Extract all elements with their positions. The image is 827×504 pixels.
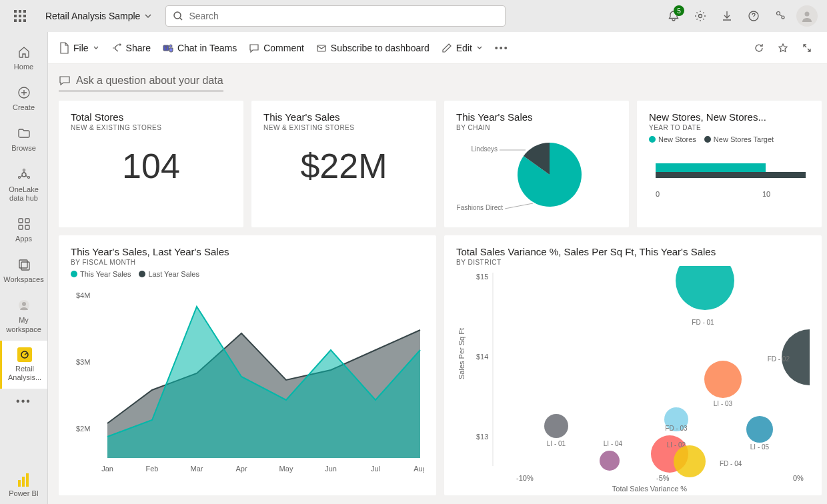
tile-new-stores[interactable]: New Stores, New Stores... YEAR TO DATE N… — [637, 101, 822, 227]
nav-create[interactable]: Create — [0, 78, 47, 119]
nav-onelake[interactable]: OneLake data hub — [0, 160, 47, 209]
tile-title: This Year's Sales — [263, 111, 424, 123]
svg-point-52 — [704, 361, 742, 398]
svg-text:FD - 03: FD - 03 — [665, 425, 688, 432]
nav-apps[interactable]: Apps — [0, 209, 47, 250]
help-icon[interactable] — [742, 4, 766, 28]
datahub-icon — [17, 168, 31, 181]
tile-subtitle: BY FISCAL MONTH — [71, 259, 424, 266]
left-nav: Home Create Browse OneLake data hub Apps… — [0, 32, 48, 504]
search-box[interactable] — [165, 5, 506, 27]
svg-text:Aug: Aug — [414, 465, 424, 473]
powerbi-icon — [18, 473, 30, 487]
refresh-button[interactable] — [750, 39, 768, 57]
more-options[interactable]: ••• — [495, 43, 509, 53]
svg-point-1 — [699, 15, 702, 18]
svg-text:FD - 01: FD - 01 — [692, 319, 714, 326]
comment-button[interactable]: Comment — [249, 43, 304, 53]
pencil-icon — [442, 43, 452, 53]
tile-subtitle: BY CHAIN — [456, 124, 617, 131]
svg-point-7 — [22, 173, 26, 177]
svg-text:Lindseys: Lindseys — [472, 145, 498, 153]
pie-chart: Lindseys Fashions Direct — [456, 131, 616, 218]
account-avatar[interactable] — [795, 4, 819, 28]
svg-point-10 — [27, 176, 29, 178]
nav-my-workspace[interactable]: My workspace — [0, 291, 47, 340]
edit-menu[interactable]: Edit — [442, 43, 483, 53]
svg-rect-15 — [19, 260, 27, 268]
svg-point-56 — [746, 416, 773, 443]
chevron-down-icon — [476, 45, 483, 51]
tile-ty-sales-card[interactable]: This Year's Sales NEW & EXISTING STORES … — [251, 101, 436, 227]
workspaces-icon — [17, 258, 31, 271]
workspace-dropdown[interactable]: Retail Analysis Sample — [45, 11, 152, 21]
share-icon — [111, 43, 122, 53]
svg-text:0: 0 — [656, 190, 660, 198]
svg-text:Jan: Jan — [101, 465, 113, 473]
search-input[interactable] — [189, 11, 498, 21]
svg-point-64 — [674, 445, 706, 477]
favorite-button[interactable] — [774, 39, 792, 57]
content-area: File Share T Chat in Teams Comment Subsc… — [48, 32, 827, 504]
download-icon[interactable] — [715, 4, 739, 28]
svg-text:LI - 04: LI - 04 — [604, 440, 623, 447]
svg-point-22 — [169, 45, 172, 47]
dashboard-icon — [20, 350, 29, 359]
nav-more[interactable]: ••• — [0, 389, 47, 414]
svg-point-4 — [782, 16, 784, 19]
card-value: $22M — [263, 146, 424, 186]
file-menu[interactable]: File — [59, 42, 99, 54]
share-button[interactable]: Share — [111, 43, 151, 53]
apps-icon — [17, 217, 31, 231]
card-value: 104 — [71, 146, 231, 186]
subscribe-button[interactable]: Subscribe to dashboard — [316, 43, 430, 53]
folder-icon — [17, 127, 31, 140]
powerbi-logo[interactable]: Power BI — [0, 467, 47, 504]
chat-teams-button[interactable]: T Chat in Teams — [163, 43, 237, 53]
svg-text:Feb: Feb — [146, 465, 159, 473]
svg-rect-11 — [19, 219, 23, 223]
svg-point-48 — [676, 266, 734, 310]
tile-sales-trend[interactable]: This Year's Sales, Last Year's Sales BY … — [59, 235, 436, 495]
feedback-icon[interactable] — [768, 4, 792, 28]
person-icon — [17, 299, 31, 312]
svg-point-5 — [805, 12, 810, 17]
qna-input[interactable]: Ask a question about your data — [59, 72, 223, 91]
settings-icon[interactable] — [688, 4, 712, 28]
nav-workspaces[interactable]: Workspaces — [0, 250, 47, 291]
tile-ty-sales-pie[interactable]: This Year's Sales BY CHAIN Lindseys Fash… — [444, 101, 629, 227]
svg-text:$15: $15 — [476, 273, 488, 281]
nav-retail-analysis[interactable]: Retail Analysis... — [0, 341, 47, 389]
bubble-chart: $15 $14 $13 Sales Per Sq Ft FD - 01 FD -… — [456, 266, 810, 493]
svg-line-27 — [505, 203, 533, 209]
area-chart: $4M $3M $2M Jan Feb Mar Apr May — [71, 278, 424, 478]
svg-text:10: 10 — [762, 190, 770, 198]
chevron-down-icon — [93, 45, 99, 51]
svg-text:LI - 05: LI - 05 — [750, 443, 770, 451]
tile-variance-bubble[interactable]: Total Sales Variance %, Sales Per Sq Ft,… — [444, 235, 822, 495]
svg-text:Jun: Jun — [325, 465, 337, 473]
nav-home[interactable]: Home — [0, 37, 47, 78]
svg-text:$4M: $4M — [76, 291, 90, 299]
workspace-title: Retail Analysis Sample — [45, 11, 140, 21]
svg-text:Jul: Jul — [371, 465, 380, 473]
app-launcher-icon[interactable] — [8, 4, 32, 28]
notifications-icon[interactable]: 5 — [662, 4, 686, 28]
svg-text:Total Sales Variance %: Total Sales Variance % — [612, 485, 688, 493]
mail-icon — [316, 43, 327, 53]
svg-text:$13: $13 — [476, 433, 488, 441]
refresh-icon — [754, 43, 764, 53]
fullscreen-button[interactable] — [798, 39, 816, 57]
svg-point-18 — [22, 302, 26, 306]
bar-chart: 0 10 — [649, 143, 809, 210]
svg-text:LI - 01: LI - 01 — [547, 440, 566, 447]
search-icon — [173, 11, 183, 21]
home-icon — [17, 45, 31, 59]
star-icon — [778, 43, 788, 53]
svg-text:FD - 04: FD - 04 — [720, 460, 742, 467]
dashboard-canvas: Ask a question about your data Total Sto… — [48, 64, 827, 504]
svg-rect-29 — [656, 172, 806, 178]
tile-subtitle: NEW & EXISTING STORES — [263, 124, 424, 131]
nav-browse[interactable]: Browse — [0, 119, 47, 159]
tile-total-stores[interactable]: Total Stores NEW & EXISTING STORES 104 — [59, 101, 243, 227]
